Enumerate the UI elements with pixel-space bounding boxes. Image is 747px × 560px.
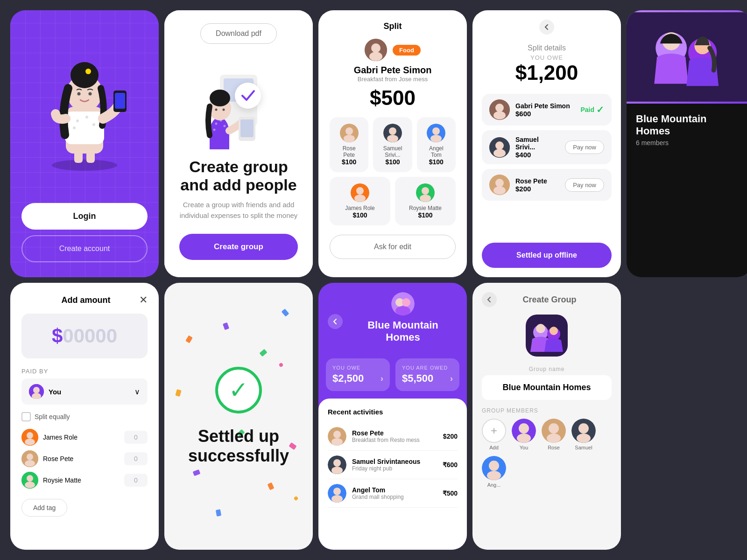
svg-point-33 [345,127,353,135]
james-avatar [351,183,369,202]
split-person-roysie: Roysie Matte $100 [395,177,456,225]
svg-point-98 [578,423,589,434]
create-group-button[interactable]: Create group [179,234,298,260]
rose-cg-label: Rose [548,445,560,450]
members-group-name: Blue Mountain Homes [636,113,742,137]
you-owe-arrow-icon: › [381,374,383,384]
roysie-split-input[interactable] [124,474,148,487]
confetti-2 [223,322,229,330]
svg-point-52 [493,149,506,157]
split-equally-label: Split equally [35,413,70,420]
ang-cg-label: Ang... [487,482,501,488]
samuel-pay-now-button[interactable]: Pay now [565,140,604,154]
rose-pay-now-button[interactable]: Pay now [565,178,604,192]
rose-aa-name: Rose Pete [43,455,120,462]
paid-by-label: PAID BY [21,368,148,375]
roysie-avatar [416,183,435,202]
download-section: Download pdf [164,10,313,57]
confetti-8 [267,483,274,490]
login-illustration [10,10,159,203]
confetti-6 [289,442,297,450]
split-card: Split Food Gabri Pete Simon Breakfast fr… [318,10,467,277]
rose-sd-name: Rose Pete [515,177,559,185]
close-button[interactable]: ✕ [139,294,148,306]
roysie-split-row: Roysie Matte [21,472,148,489]
you-owe-label: YOU OWE [484,54,610,61]
svg-point-25 [223,109,225,111]
members-cover-image [627,10,747,104]
rose-activity-amt: $200 [443,433,458,440]
confetti-12 [294,496,299,501]
svg-point-101 [489,461,499,471]
gabri-sd-amt: $600 [515,110,575,118]
rose-split-row: Rose Pete [21,450,148,467]
svg-point-63 [27,454,33,460]
svg-point-21 [213,129,216,131]
svg-point-18 [215,123,218,125]
svg-point-57 [33,387,40,393]
roysie-aa-avatar [21,472,38,489]
cg-member-add[interactable]: + Add [482,419,506,450]
group-card: Blue MountainHomes YOU OWE $2,500 › YOU … [318,283,467,550]
group-header-center: Blue MountainHomes [348,292,458,351]
svg-point-99 [577,434,591,443]
samuel-sd-name: Samuel Srivi... [515,136,559,151]
paid-by-select[interactable]: You ∨ [21,378,148,405]
confetti-11 [279,362,284,367]
rose-activity-avatar [328,427,346,446]
you-owe-stat-label: YOU OWE [332,365,383,371]
svg-point-74 [331,438,343,446]
sd-item-gabri: Gabri Pete Simon $600 Paid ✓ [482,94,612,126]
svg-point-70 [402,298,410,307]
gabri-avatar [365,39,387,61]
gabri-sd-info: Gabri Pete Simon $600 [515,102,575,118]
svg-rect-14 [74,149,83,163]
group-name-label: Group name [482,366,612,372]
split-details-back-button[interactable] [539,20,554,35]
split-details-title: Split details [484,38,610,54]
roysie-amt: $100 [402,211,449,219]
samuel-cg-label: Samuel [575,445,592,450]
angel-activity-info: Angel Tom Grand mall shopping [352,486,437,500]
you-are-owed-stat[interactable]: YOU ARE OWED $5,500 › [395,358,459,391]
split-equally-checkbox[interactable] [21,412,31,421]
split-person-rose: Rose Pete $100 [330,117,368,172]
add-member-button[interactable]: + [482,419,506,443]
add-tag-button[interactable]: Add tag [21,499,67,517]
cg-member-ang: Ang... [482,456,506,488]
paid-by-user: You [29,384,61,399]
rose-pete-name: Rose Pete [336,145,362,158]
svg-point-49 [493,111,506,119]
you-owed-arrow-icon: › [450,374,453,384]
svg-point-76 [333,459,341,467]
settled-offline-button[interactable]: Settled up offline [482,243,612,268]
create-group-subtitle: Create a group with friends and add indi… [179,200,298,221]
add-amount-card: Add amount ✕ $00000 PAID BY You ∨ Split … [10,283,159,550]
rose-split-input[interactable] [124,452,148,465]
samuel-sd-avatar [489,137,510,158]
svg-point-42 [356,187,364,195]
activity-rose: Rose Pete Breakfast from Resto mess $200 [328,422,458,451]
rose-activity-name: Rose Pete [352,429,437,437]
svg-point-79 [333,488,341,495]
ask-for-edit-button[interactable]: Ask for edit [330,235,456,259]
group-members-row: + Add You Rose Samuel Ang... [482,419,612,488]
svg-point-90 [550,327,558,335]
cg-add-label: Add [489,445,499,450]
download-pdf-button[interactable]: Download pdf [200,23,277,44]
group-name-input[interactable]: Blue Mountain Homes [482,375,612,400]
svg-point-36 [389,127,396,135]
angel-name: Angel Tom [423,145,449,158]
create-group-section: Create groupand add people Create a grou… [164,57,313,277]
svg-point-9 [85,69,91,74]
create-group-back-button[interactable] [482,292,497,307]
create-group-title: Create groupand add people [180,158,296,194]
svg-point-8 [70,62,99,88]
split-person-info: Food [330,39,456,61]
activities-title: Recent activities [328,408,458,416]
james-split-input[interactable] [124,431,148,444]
you-owe-stat[interactable]: YOU OWE $2,500 › [326,358,390,391]
roysie-aa-name: Roysie Matte [43,476,120,484]
roysie-name: Roysie Matte [402,205,449,211]
group-back-button[interactable] [328,314,343,329]
